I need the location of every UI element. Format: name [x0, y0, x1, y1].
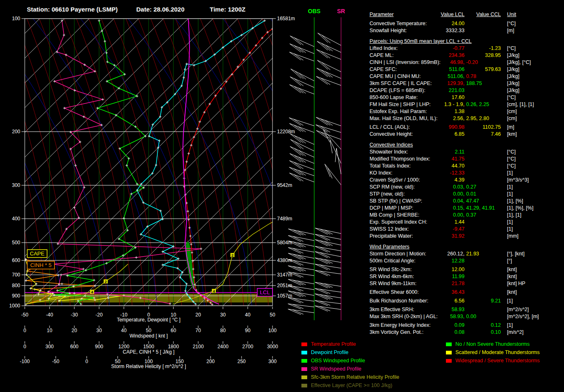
wind-barbs-sr [315, 33, 341, 311]
col-value-ccl: Value CCL [476, 11, 501, 18]
value-lcl: 234.36 [449, 52, 464, 59]
param-label: 500m Critical Angle: [370, 258, 415, 264]
param-label: 3km SFC CAPE | IL CAPE: [370, 80, 432, 86]
value-lcl: 31.92 [452, 233, 464, 240]
pressure-tick-label: 600 [12, 257, 20, 263]
x-tick-label: 300 [45, 344, 54, 349]
param-label: 3km Effective SRH: [370, 307, 414, 312]
unit: [J/kg] [507, 73, 519, 80]
value-extra: 0.37 [466, 212, 476, 219]
x-tick-label: 20 [195, 312, 201, 318]
severity-legend: No / Non Severe ThunderstormsScattered /… [446, 340, 540, 365]
table-section-header: Convective Indices [370, 138, 564, 149]
unit: [1], [%], [%] [507, 205, 533, 212]
unit: [1] [507, 184, 513, 191]
param-label: Estofex Exp. Hail Param: [370, 109, 427, 114]
unit: [1], [1] [507, 212, 521, 219]
x-tick-label: -50 [52, 359, 59, 364]
x-tick-label: -100 [20, 359, 30, 364]
altitude-label: 9542m [277, 182, 292, 188]
unit: [1], [%] [507, 198, 523, 205]
value-lcl: 260.12, [447, 250, 464, 257]
param-label: CAPE ML: [370, 52, 393, 58]
value-ccl: 7.46 [491, 131, 501, 138]
value-extra: 0.00 [466, 313, 476, 320]
unit: [J/kg] [507, 66, 519, 73]
unit: [°] [507, 257, 512, 264]
value-lcl: 6.85 [455, 131, 464, 138]
param-label: Convective Height: [370, 131, 413, 137]
value-lcl: 0.00, [453, 212, 464, 219]
legend-item: OBS Windspeed Profile [301, 357, 399, 365]
param-row: SWISS 12 Index:-9.47[1] [370, 226, 564, 233]
unit: [knt] [507, 266, 517, 273]
unit: [J/kg] [507, 52, 519, 59]
x-tick-label: -30 [71, 312, 78, 318]
value-lcl: 46.98, [450, 59, 464, 66]
x-tick-label: -20 [95, 312, 103, 318]
unit: [knt] [507, 273, 517, 280]
value-ccl: 328.95 [485, 52, 501, 59]
legend-label: Dewpoint Profile [311, 349, 348, 355]
value-lcl: 58.93 [452, 306, 464, 313]
pressure-tick-label: 1000 [9, 303, 20, 309]
value-lcl: 4.39 [455, 177, 464, 184]
param-label: Lifted Index: [370, 45, 398, 51]
value-lcl: 1.38 [455, 108, 464, 115]
param-row: Exp. Supercell Index CH:1.44[1] [370, 219, 564, 226]
altitude-label: 7489m [277, 216, 292, 222]
height-marker: 4 [213, 289, 215, 293]
value-lcl: 41.75 [452, 156, 464, 163]
param-row: 3km Vorticity Gen. Pot.:0.080.10[m/s^2] [370, 329, 564, 336]
unit: [1] [507, 322, 513, 329]
value-lcl: 129.39, [447, 80, 464, 87]
unit: [°C] [507, 156, 516, 163]
param-label: Craven SigSvr / 1000: [370, 177, 420, 183]
x-tick-label: 1200 [118, 344, 130, 349]
unit: [°C] [507, 45, 516, 52]
unit: [1] [507, 219, 513, 226]
param-label: Effective Shear 6000: [370, 289, 419, 295]
sounding-app: 2424100200300400500600700800900100016581… [0, 0, 564, 392]
legend-label: Sfc-3km Storm Relative Helicity Profile [311, 374, 399, 380]
legend-label: No / Non Severe Thunderstorms [455, 341, 530, 347]
legend-swatch [446, 359, 452, 363]
param-row: 3km Effective SRH:58.93[m^2/s^2] [370, 306, 564, 313]
unit: [°], [knt] [507, 250, 525, 257]
param-label: SB STP (fix) | CWASP: [370, 198, 422, 204]
x-tick-label: 80 [220, 328, 226, 333]
param-label: CINH | LSI (Inversion: 859mB): [370, 59, 441, 65]
param-row: FM Hail Size | SHIP | LHP:1.3 - 1.9,0.26… [370, 101, 564, 108]
unit: [J/kg] [507, 87, 519, 94]
pressure-tick-label: 400 [12, 216, 20, 222]
x-tick-label: 300 [268, 359, 277, 364]
legend-swatch [301, 342, 307, 346]
unit: [knt] HP [507, 280, 525, 287]
table-section-header: Parcels: Using 50mB mean layer LCL + CCL [370, 34, 564, 45]
x-tick-label: 600 [70, 344, 78, 349]
param-row: Estofex Exp. Hail Param:1.38[cm] [370, 108, 564, 115]
x-tick-label: 900 [95, 344, 103, 349]
unit: [°C] [507, 163, 516, 170]
param-label: Showalter Index: [370, 149, 408, 155]
altitude-label: 12208m [277, 129, 295, 135]
param-row: SCP RM (new, old):0.03,0.27[1] [370, 184, 564, 191]
x-tick-label: 1500 [143, 344, 154, 349]
value-lcl: 44.70 [452, 163, 464, 170]
x-tick-label: 250 [237, 359, 246, 364]
x-axis-title: CAPE, CINH * 5 [ J/kg ] [123, 349, 174, 355]
table-section-header: Wind Parameters [370, 240, 564, 250]
x-tick-label: 3000 [267, 344, 278, 349]
value-lcl: 58.93, [450, 313, 464, 320]
value-lcl: 6.56 [455, 298, 464, 305]
x-axis-title: Storm Relative Helicity [ m^2/s^2 ] [111, 364, 186, 369]
x-tick-label: -50 [21, 312, 28, 318]
legend-item: No / Non Severe Thunderstorms [446, 340, 540, 348]
param-row: Bulk Richardson Number:6.569.21[1] [370, 298, 564, 305]
param-label: Total Totals Index: [370, 163, 411, 169]
param-label: MB Comp | SHERBE: [370, 212, 419, 218]
altitude-label: 5804m [277, 240, 292, 246]
legend-swatch [446, 342, 452, 346]
param-row: Lifted Index:-0.77-1.23[°C] [370, 45, 564, 52]
param-label: DCAPE (LFS = 685mB): [370, 87, 425, 93]
